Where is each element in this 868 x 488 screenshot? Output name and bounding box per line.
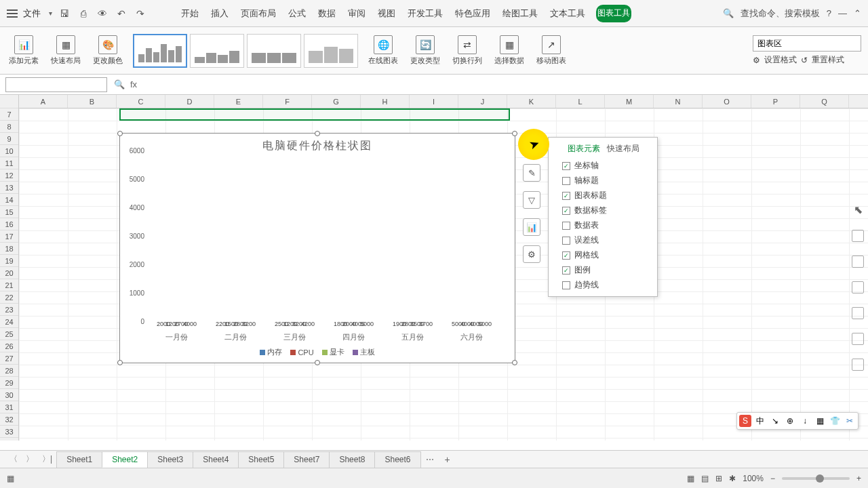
col-header-F[interactable]: F — [263, 95, 312, 108]
check-item[interactable]: 轴标题 — [562, 175, 652, 186]
sheet-tab[interactable]: Sheet7 — [283, 451, 330, 468]
checkbox-icon[interactable]: ✓ — [562, 207, 570, 215]
view-custom-icon[interactable]: ✱ — [729, 474, 736, 483]
sheet-nav-next[interactable]: 〉 — [22, 453, 38, 465]
legend-item[interactable]: 主板 — [353, 347, 375, 357]
menu-icon[interactable] — [7, 9, 18, 18]
chart-title[interactable]: 电脑硬件价格柱状图 — [120, 134, 515, 153]
file-menu[interactable]: 文件 — [23, 7, 41, 20]
row-header-27[interactable]: 27 — [0, 352, 18, 365]
sheet-more[interactable]: ⋯ — [420, 455, 439, 464]
row-header-14[interactable]: 14 — [0, 194, 18, 206]
resize-handle-nw[interactable] — [117, 131, 123, 136]
view-break-icon[interactable]: ⊞ — [715, 474, 722, 483]
chart-style-3[interactable] — [247, 34, 301, 68]
preview-icon[interactable]: 👁 — [96, 7, 109, 20]
row-header-20[interactable]: 20 — [0, 267, 18, 279]
row-header-33[interactable]: 33 — [0, 426, 18, 438]
view-normal-icon[interactable]: ▦ — [687, 474, 694, 483]
tab-view[interactable]: 视图 — [376, 5, 397, 22]
resize-handle-n[interactable] — [315, 131, 320, 136]
tab-layout[interactable]: 页面布局 — [239, 5, 277, 22]
checkbox-icon[interactable]: ✓ — [562, 251, 570, 260]
check-item[interactable]: ✓图表标题 — [562, 190, 652, 201]
chart-style-2[interactable] — [190, 34, 244, 68]
switch-rowcol-button[interactable]: ⇄切换行列 — [450, 35, 484, 66]
check-item[interactable]: ✓图例 — [562, 264, 652, 276]
row-header-29[interactable]: 29 — [0, 377, 18, 389]
row-header-31[interactable]: 31 — [0, 401, 18, 413]
ft-icon-3[interactable]: ⊕ — [784, 415, 796, 427]
collapse-icon[interactable]: ⌃ — [854, 8, 861, 18]
check-item[interactable]: 数据表 — [562, 220, 652, 231]
row-header-23[interactable]: 23 — [0, 304, 18, 316]
sheet-tab[interactable]: Sheet6 — [374, 451, 420, 468]
checkbox-icon[interactable]: ✓ — [562, 162, 570, 170]
row-header-15[interactable]: 15 — [0, 206, 18, 218]
filter-icon[interactable]: ▽ — [523, 191, 540, 209]
move-chart-button[interactable]: ↗移动图表 — [534, 35, 568, 66]
col-header-A[interactable]: A — [19, 95, 68, 108]
resize-handle-s[interactable] — [315, 360, 320, 365]
grid-area[interactable]: ABCDEFGHIJKLMNOPQ 电脑硬件价格柱状图 010002000300… — [19, 95, 868, 441]
chart-style-1[interactable] — [133, 34, 187, 68]
row-header-10[interactable]: 10 — [0, 145, 18, 157]
zoom-in-button[interactable]: + — [856, 474, 861, 483]
fx-icon[interactable]: fx — [130, 79, 137, 89]
chart-area-select[interactable] — [753, 35, 861, 52]
add-element-button[interactable]: 📊添加元素 — [7, 35, 41, 66]
row-header-28[interactable]: 28 — [0, 365, 18, 377]
tab-dev[interactable]: 开发工具 — [406, 5, 444, 22]
tab-chart-tools[interactable]: 图表工具 — [596, 5, 631, 22]
check-item[interactable]: ✓坐标轴 — [562, 160, 652, 171]
sheet-tab[interactable]: Sheet3 — [147, 451, 193, 468]
resize-handle-ne[interactable] — [512, 131, 517, 136]
col-header-N[interactable]: N — [654, 95, 703, 108]
row-header-21[interactable]: 21 — [0, 279, 18, 291]
row-header-17[interactable]: 17 — [0, 230, 18, 243]
chart-legend[interactable]: 内存CPU显卡主板 — [120, 347, 515, 357]
change-color-button[interactable]: 🎨更改颜色 — [91, 35, 125, 66]
search-icon[interactable]: 🔍 — [723, 8, 734, 18]
zoom-slider[interactable] — [782, 477, 850, 480]
rsb-icon-5[interactable] — [852, 333, 864, 345]
ft-icon-7[interactable]: ✂ — [844, 415, 856, 427]
col-header-I[interactable]: I — [410, 95, 458, 108]
checkbox-icon[interactable]: ✓ — [562, 192, 570, 200]
tab-text[interactable]: 文本工具 — [549, 5, 587, 22]
row-header-24[interactable]: 24 — [0, 316, 18, 328]
chart-object[interactable]: 电脑硬件价格柱状图 0100020003000400050006000 2000… — [119, 133, 515, 363]
col-header-P[interactable]: P — [751, 95, 800, 108]
checkbox-icon[interactable] — [562, 281, 570, 289]
col-header-B[interactable]: B — [68, 95, 117, 108]
brush-icon[interactable]: ✎ — [523, 164, 540, 182]
col-header-H[interactable]: H — [361, 95, 410, 108]
tab-formula[interactable]: 公式 — [287, 5, 307, 22]
legend-item[interactable]: CPU — [290, 347, 313, 357]
view-page-icon[interactable]: ▤ — [701, 474, 709, 483]
tab-review[interactable]: 审阅 — [347, 5, 367, 22]
row-header-13[interactable]: 13 — [0, 182, 18, 194]
tab-start[interactable]: 开始 — [180, 5, 200, 22]
col-header-E[interactable]: E — [214, 95, 263, 108]
minimize-icon[interactable]: — — [838, 8, 847, 18]
chart-plot-area[interactable]: 0100020003000400050006000 20001200270040… — [147, 158, 501, 329]
legend-item[interactable]: 显卡 — [322, 347, 344, 357]
panel-tab-elements[interactable]: 图表元素 — [568, 143, 600, 155]
legend-item[interactable]: 内存 — [260, 347, 282, 357]
change-type-button[interactable]: 🔄更改类型 — [408, 35, 442, 66]
col-header-L[interactable]: L — [556, 95, 605, 108]
save-icon[interactable]: 🖫 — [58, 7, 71, 20]
row-header-19[interactable]: 19 — [0, 255, 18, 267]
col-header-D[interactable]: D — [165, 95, 214, 108]
checkbox-icon[interactable]: ✓ — [562, 266, 570, 274]
row-header-30[interactable]: 30 — [0, 389, 18, 401]
row-header-11[interactable]: 11 — [0, 157, 18, 169]
settings-icon[interactable]: ⚙ — [523, 245, 540, 263]
ft-icon-1[interactable]: 中 — [754, 415, 766, 427]
ft-icon-6[interactable]: 👕 — [829, 415, 841, 427]
row-header-26[interactable]: 26 — [0, 340, 18, 352]
zoom-out-button[interactable]: − — [770, 474, 775, 483]
sheet-nav-last[interactable]: 〉| — [38, 453, 56, 465]
print-icon[interactable]: ⎙ — [77, 7, 90, 20]
